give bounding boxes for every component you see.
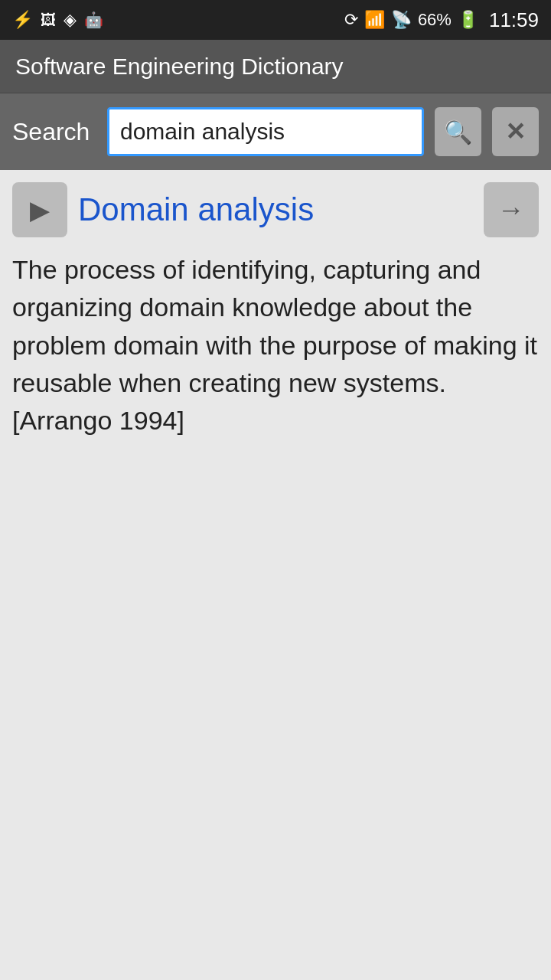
search-label: Search — [12, 118, 96, 146]
app-title: Software Engineering Dictionary — [15, 54, 344, 80]
content-area: ▶ Domain analysis → The process of ident… — [0, 170, 551, 980]
monitor-icon: ◈ — [64, 10, 77, 30]
rotate-icon: ⟳ — [344, 10, 358, 30]
result-header: ▶ Domain analysis → — [12, 182, 539, 237]
status-time: 11:59 — [489, 8, 539, 32]
image-icon: 🖼 — [41, 11, 56, 29]
usb-icon: ⚡ — [12, 10, 33, 30]
clear-button[interactable]: ✕ — [492, 107, 539, 156]
clear-icon: ✕ — [505, 117, 526, 146]
wifi-icon: 📶 — [364, 10, 385, 30]
status-bar: ⚡ 🖼 ◈ 🤖 ⟳ 📶 📡 66% 🔋 11:59 — [0, 0, 551, 40]
search-icon: 🔍 — [444, 119, 472, 145]
play-button[interactable]: ▶ — [12, 182, 67, 237]
search-bar: Search 🔍 ✕ — [0, 93, 551, 170]
play-icon: ▶ — [30, 194, 50, 225]
battery-text: 66% — [418, 10, 452, 30]
result-header-left: ▶ Domain analysis — [12, 182, 314, 237]
definition-text: The process of identifying, capturing an… — [12, 251, 539, 439]
term-title: Domain analysis — [78, 191, 314, 228]
title-bar: Software Engineering Dictionary — [0, 40, 551, 93]
android-icon: 🤖 — [84, 11, 103, 29]
status-icons-right: ⟳ 📶 📡 66% 🔋 11:59 — [344, 8, 539, 32]
battery-icon: 🔋 — [458, 10, 478, 30]
search-button[interactable]: 🔍 — [435, 107, 481, 156]
next-icon: → — [497, 194, 525, 226]
signal-icon: 📡 — [391, 10, 412, 30]
status-icons-left: ⚡ 🖼 ◈ 🤖 — [12, 10, 103, 30]
search-input[interactable] — [107, 107, 424, 156]
next-button[interactable]: → — [484, 182, 539, 237]
